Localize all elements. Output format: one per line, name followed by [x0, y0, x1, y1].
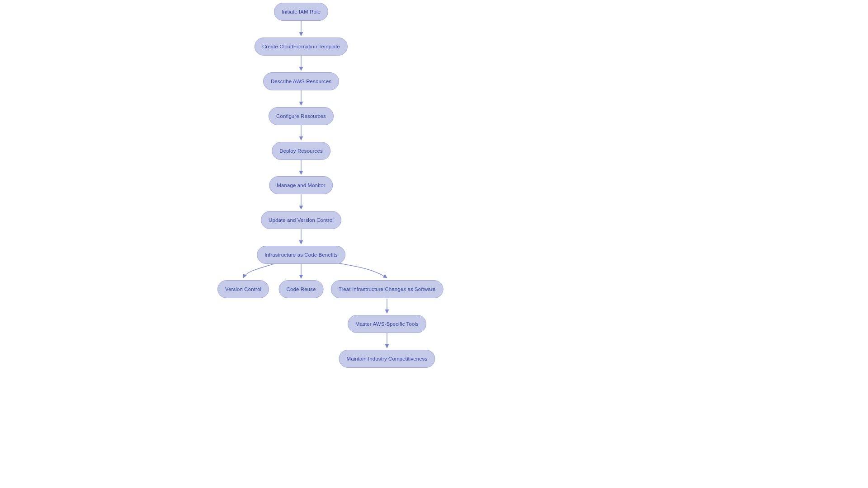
node-manage-and-monitor[interactable]: Manage and Monitor — [269, 176, 333, 194]
node-version-control[interactable]: Version Control — [217, 280, 269, 298]
node-configure-resources[interactable]: Configure Resources — [269, 107, 334, 125]
node-label: Treat Infrastructure Changes as Software — [339, 286, 436, 292]
flowchart-canvas: Initiate IAM Role Create CloudFormation … — [0, 0, 868, 488]
node-label: Code Reuse — [287, 286, 316, 292]
node-label: Describe AWS Resources — [271, 79, 331, 84]
node-label: Manage and Monitor — [277, 183, 325, 188]
node-maintain-industry-competitiveness[interactable]: Maintain Industry Competitiveness — [339, 350, 435, 368]
edges-layer — [0, 0, 868, 488]
node-label: Deploy Resources — [279, 148, 323, 154]
edge-n8-n9 — [243, 262, 280, 278]
node-create-cloudformation-template[interactable]: Create CloudFormation Template — [255, 38, 348, 56]
node-code-reuse[interactable]: Code Reuse — [279, 280, 324, 298]
node-initiate-iam-role[interactable]: Initiate IAM Role — [274, 3, 328, 21]
node-label: Version Control — [225, 286, 261, 292]
node-label: Maintain Industry Competitiveness — [346, 356, 427, 361]
node-label: Master AWS-Specific Tools — [355, 321, 419, 327]
node-update-and-version-control[interactable]: Update and Version Control — [261, 211, 341, 229]
node-treat-infrastructure-changes-as-software[interactable]: Treat Infrastructure Changes as Software — [331, 280, 443, 298]
node-master-aws-specific-tools[interactable]: Master AWS-Specific Tools — [348, 315, 426, 333]
node-describe-aws-resources[interactable]: Describe AWS Resources — [263, 72, 339, 90]
node-infrastructure-as-code-benefits[interactable]: Infrastructure as Code Benefits — [257, 246, 345, 264]
node-label: Infrastructure as Code Benefits — [264, 252, 338, 258]
node-label: Update and Version Control — [269, 217, 334, 223]
node-label: Create CloudFormation Template — [262, 44, 340, 49]
node-deploy-resources[interactable]: Deploy Resources — [272, 142, 330, 160]
node-label: Configure Resources — [276, 113, 326, 119]
node-label: Initiate IAM Role — [282, 9, 321, 14]
